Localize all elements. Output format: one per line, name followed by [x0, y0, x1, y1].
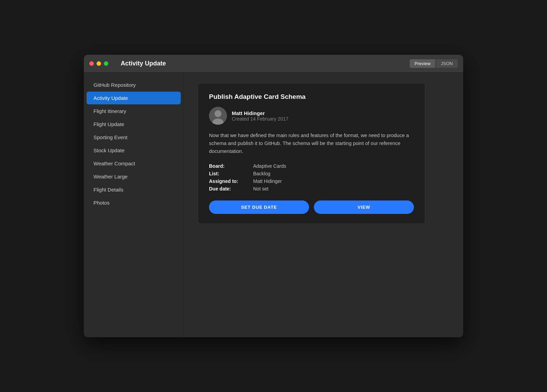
window-body: GitHub Repository Activity Update Flight…	[84, 73, 463, 337]
sidebar-item-github-repository[interactable]: GitHub Repository	[87, 79, 181, 91]
main-content: Publish Adaptive Card Schema Matt Hiding…	[184, 73, 463, 337]
preview-button[interactable]: Preview	[410, 59, 435, 68]
author-date: Created 14 February 2017	[232, 116, 288, 122]
minimize-button[interactable]	[97, 61, 101, 66]
detail-label-assigned: Assigned to:	[209, 178, 250, 184]
app-window: Activity Update Preview JSON GitHub Repo…	[84, 55, 463, 337]
author-name: Matt Hidinger	[232, 110, 288, 116]
detail-label-due: Due date:	[209, 186, 250, 192]
maximize-button[interactable]	[104, 61, 108, 66]
sidebar-item-flight-update[interactable]: Flight Update	[87, 118, 181, 131]
svg-point-1	[215, 110, 221, 117]
view-button[interactable]: VIEW	[314, 200, 414, 214]
sidebar-item-flight-details[interactable]: Flight Details	[87, 183, 181, 196]
detail-value-board: Adaptive Cards	[253, 163, 414, 169]
detail-value-list: Backlog	[253, 171, 414, 176]
avatar	[209, 107, 227, 125]
titlebar: Activity Update Preview JSON	[84, 55, 463, 73]
sidebar-item-flight-itinerary[interactable]: Flight Itinerary	[87, 105, 181, 117]
sidebar-item-weather-large[interactable]: Weather Large	[87, 170, 181, 183]
sidebar-item-stock-update[interactable]: Stock Update	[87, 144, 181, 157]
sidebar-item-weather-compact[interactable]: Weather Compact	[87, 157, 181, 170]
sidebar: GitHub Repository Activity Update Flight…	[84, 73, 184, 337]
titlebar-title: Activity Update	[114, 60, 407, 67]
detail-label-board: Board:	[209, 163, 250, 169]
card-body: Now that we have defined the main rules …	[209, 132, 414, 156]
activity-card: Publish Adaptive Card Schema Matt Hiding…	[198, 83, 425, 224]
set-due-date-button[interactable]: SET DUE DATE	[209, 200, 309, 214]
card-actions: SET DUE DATE VIEW	[209, 200, 414, 214]
card-details: Board: Adaptive Cards List: Backlog Assi…	[209, 163, 414, 192]
detail-value-due: Not set	[253, 186, 414, 192]
close-button[interactable]	[89, 61, 94, 66]
author-info: Matt Hidinger Created 14 February 2017	[232, 110, 288, 122]
titlebar-buttons: Preview JSON	[410, 59, 458, 68]
sidebar-item-activity-update[interactable]: Activity Update	[87, 92, 181, 104]
sidebar-item-sporting-event[interactable]: Sporting Event	[87, 131, 181, 144]
sidebar-item-photos[interactable]: Photos	[87, 196, 181, 209]
json-button[interactable]: JSON	[436, 59, 458, 68]
traffic-lights	[89, 61, 108, 66]
card-author: Matt Hidinger Created 14 February 2017	[209, 107, 414, 125]
detail-label-list: List:	[209, 171, 250, 176]
card-title: Publish Adaptive Card Schema	[209, 93, 414, 101]
detail-value-assigned: Matt Hidinger	[253, 178, 414, 184]
